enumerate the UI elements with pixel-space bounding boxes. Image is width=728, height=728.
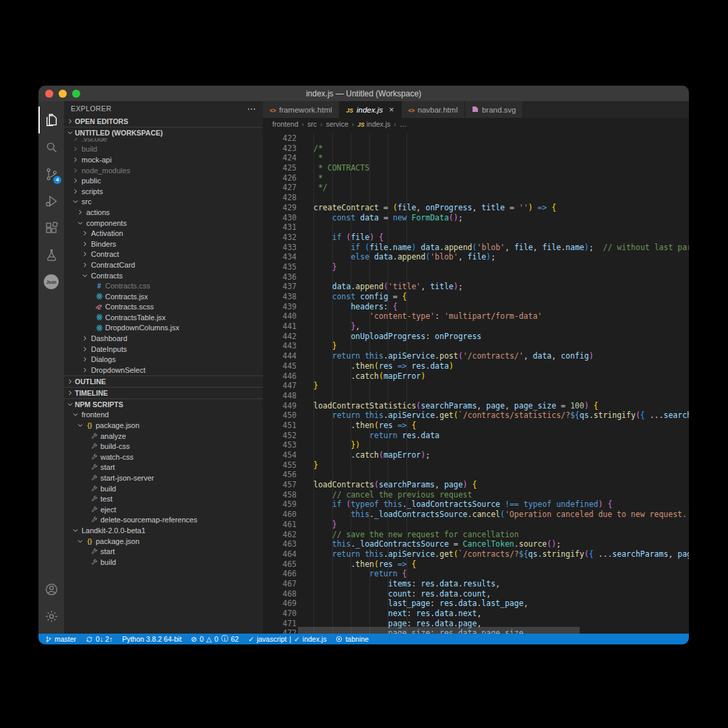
tree-item-contractstable-jsx[interactable]: ContractsTable.jsx [64,312,263,323]
code-line-449[interactable]: 449loadContractStatistics(searchParams, … [263,401,689,411]
code-line-459[interactable]: 459 if (typeof this._loadContractsSource… [263,499,689,510]
code-line-440[interactable]: 440 'content-type': 'multipart/form-data… [263,311,689,322]
tab-framework-html[interactable]: <>framework.html [263,101,340,118]
code-line-458[interactable]: 458 // cancel the previous request [263,490,689,500]
tree-item-dialogs[interactable]: Dialogs [64,354,263,365]
tree-item-build-css[interactable]: build-css [64,441,263,452]
section-npm-scripts[interactable]: NPM SCRIPTS [64,398,263,410]
section-workspace[interactable]: UNTITLED (WORKSPACE) [64,127,263,138]
tab-navbar-html[interactable]: <>navbar.html [402,101,465,118]
code-line-445[interactable]: 445 .then(res => res.data) [263,361,689,371]
code-line-429[interactable]: 429createContract = (file, onProgress, t… [263,203,689,213]
breadcrumb-item-service[interactable]: service [326,120,348,128]
code-line-427[interactable]: 427 */ [263,183,689,193]
tree-item-binders[interactable]: Binders [64,239,263,249]
source-control-icon[interactable]: 4 [38,160,64,187]
breadcrumb-item-src[interactable]: src [307,120,317,128]
tree-item-components[interactable]: components [64,218,263,229]
tab-index-js[interactable]: JSindex.js× [340,101,402,118]
code-line-462[interactable]: 462 // save the new request for cancella… [263,530,689,540]
horizontal-scrollbar[interactable] [298,627,580,634]
code-line-448[interactable]: 448 [263,391,689,401]
code-line-444[interactable]: 444 return this.apiService.post('/contra… [263,351,689,361]
tree-item-scripts[interactable]: scripts [64,186,263,197]
tree-item-watch-css[interactable]: watch-css [64,452,263,462]
tree-item-build[interactable]: build [64,144,263,155]
tree-item-dashboard[interactable]: Dashboard [64,333,263,344]
code-line-422[interactable]: 422 [263,133,689,144]
code-line-452[interactable]: 452 return res.data [263,431,689,441]
tree-item-contractcard[interactable]: ContractCard [64,260,263,270]
tree-item-build[interactable]: build [64,483,263,494]
tree-item-contracts-jsx[interactable]: Contracts.jsx [64,291,263,302]
tab-brand-svg[interactable]: brand.svg [465,101,524,118]
close-window-button[interactable] [45,90,53,98]
tree-item-dateinputs[interactable]: DateInputs [64,344,263,355]
status-branch[interactable]: master [45,635,76,643]
code-line-435[interactable]: 435 } [263,262,689,272]
code-line-424[interactable]: 424 * [263,153,689,163]
section-outline[interactable]: OUTLINE [64,375,263,387]
code-line-456[interactable]: 456 [263,470,689,480]
tree-item-start[interactable]: start [64,546,263,557]
code-line-432[interactable]: 432 if (file) { [263,233,689,243]
more-actions-icon[interactable]: ⋯ [247,104,256,114]
code-line-453[interactable]: 453 }) [263,440,689,450]
code-line-430[interactable]: 430 const data = new FormData(); [263,213,689,223]
tree-item-activation[interactable]: Activation [64,228,263,239]
tree-item-contracts[interactable]: Contracts [64,270,263,281]
code-line-439[interactable]: 439 headers: { [263,302,689,312]
status-language[interactable]: ✓javascript|✓index.js [248,635,326,643]
tree-item-start-json-server[interactable]: start-json-server [64,473,263,483]
code-line-454[interactable]: 454 .catch(mapError); [263,450,689,460]
tree-item-actions[interactable]: actions [64,207,263,218]
tree-item-landkit-2-0-0-beta1[interactable]: Landkit-2.0.0-beta1 [64,525,263,536]
tree-item-src[interactable]: src [64,197,263,208]
tree-item-mock-api[interactable]: mock-api [64,154,263,165]
code-editor[interactable]: 422423/*424 *425 * CONTRACTS426 *427 */4… [263,130,689,634]
close-icon[interactable]: × [389,105,394,114]
tree-item-public[interactable]: public [64,175,263,186]
code-line-434[interactable]: 434 else data.append('blob', file); [263,252,689,262]
status-sync[interactable]: 0↓ 2↑ [86,635,113,643]
code-line-428[interactable]: 428 [263,193,689,203]
code-line-460[interactable]: 460 this._loadContractsSource.cancel('Op… [263,510,689,520]
code-line-431[interactable]: 431 [263,222,689,233]
status-tabnine[interactable]: tabnine [336,635,368,643]
code-line-463[interactable]: 463 this._loadContractsSource = CancelTo… [263,539,689,549]
json-ext-icon[interactable]: Json [38,268,64,295]
tree-item-contracts-scss[interactable]: Contracts.scss [64,302,263,313]
test-icon[interactable] [38,241,64,268]
code-line-436[interactable]: 436 [263,272,689,282]
code-line-426[interactable]: 426 * [263,173,689,183]
tree-item-contract[interactable]: Contract [64,249,263,260]
tree-item-delete-sourcemap-references[interactable]: delete-sourcemap-references [64,515,263,526]
code-line-433[interactable]: 433 if (file.name) data.append('blob', f… [263,243,689,253]
code-line-423[interactable]: 423/* [263,144,689,154]
tree-item-analyze[interactable]: analyze [64,431,263,442]
code-line-425[interactable]: 425 * CONTRACTS [263,163,689,173]
code-line-442[interactable]: 442 onUploadProgress: onProgress [263,332,689,342]
status-python[interactable]: Python 3.8.2 64-bit [122,635,181,643]
section-open-editors[interactable]: OPEN EDITORS [64,116,263,127]
tree-item-contracts-css[interactable]: #Contracts.css [64,280,263,291]
tree-item-node-modules[interactable]: node_modules [64,165,263,176]
code-line-465[interactable]: 465 .then(res => { [263,559,689,570]
code-line-470[interactable]: 470 next: res.data.next, [263,609,689,619]
tree-item-package-json[interactable]: {}package.json [64,536,263,547]
tree-item-eject[interactable]: eject [64,504,263,515]
code-line-438[interactable]: 438 const config = { [263,292,689,302]
files-icon[interactable] [38,107,64,133]
section-timeline[interactable]: TIMELINE [64,387,263,398]
code-line-464[interactable]: 464 return this.apiService.get(`/contrac… [263,549,689,559]
breadcrumb-item-frontend[interactable]: frontend [272,120,299,128]
tree-item-dropdowncolumns-jsx[interactable]: DropdownColumns.jsx [64,323,263,334]
tree-item-dropdownselect[interactable]: DropdownSelect [64,365,263,375]
tree-item-test[interactable]: test [64,493,263,504]
code-line-441[interactable]: 441 }, [263,322,689,332]
breadcrumb-item-index-js[interactable]: JSindex.js [357,120,390,128]
run-debug-icon[interactable] [38,187,64,214]
tree-item-start[interactable]: start [64,462,263,473]
code-line-450[interactable]: 450 return this.apiService.get(`/contrac… [263,411,689,421]
code-line-455[interactable]: 455} [263,460,689,471]
